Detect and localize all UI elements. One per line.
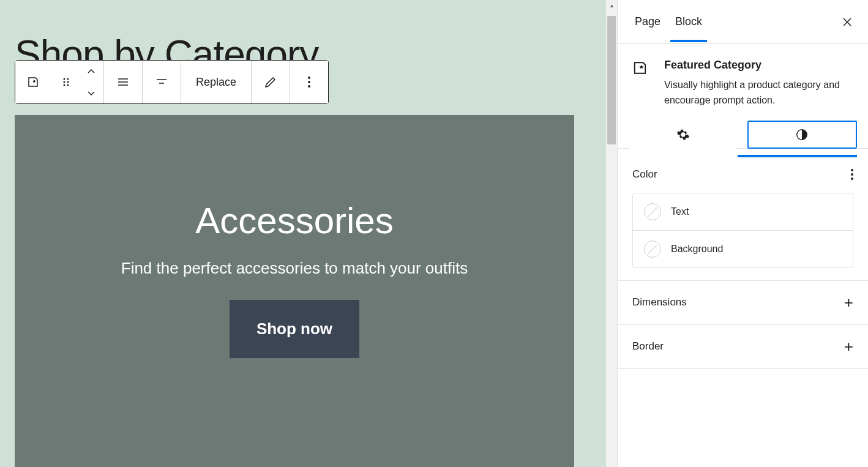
dots-vertical-icon [851, 169, 853, 180]
settings-sidebar: Page Block Featured Category Visually hi… [617, 0, 868, 467]
plus-icon: + [844, 293, 853, 312]
edit-button[interactable] [252, 61, 290, 103]
drag-handle[interactable] [53, 61, 79, 103]
panel-border: Border + [618, 325, 868, 369]
featured-title[interactable]: Accessories [195, 200, 393, 242]
scroll-thumb[interactable] [607, 16, 616, 144]
sidebar-tabs: Page Block [618, 0, 868, 44]
pencil-icon [263, 75, 278, 89]
svg-point-2 [64, 81, 65, 83]
tab-block[interactable]: Block [668, 2, 709, 42]
align-center-icon [154, 75, 169, 89]
color-background-label: Background [671, 244, 723, 255]
settings-style-tabs [618, 121, 868, 149]
panel-dimensions: Dimensions + [618, 281, 868, 325]
panel-dimensions-title: Dimensions [632, 296, 687, 308]
chevron-up-icon [84, 64, 99, 79]
block-mover [79, 61, 103, 103]
close-icon [840, 15, 855, 29]
panel-border-header[interactable]: Border + [618, 325, 868, 368]
svg-point-3 [67, 81, 69, 83]
close-sidebar-button[interactable] [836, 11, 858, 33]
block-description: Featured Category Visually highlight a p… [618, 44, 868, 121]
drag-icon [59, 75, 73, 89]
color-text[interactable]: Text [633, 193, 853, 230]
panel-border-title: Border [632, 340, 664, 353]
move-down-button[interactable] [79, 82, 103, 103]
vertical-align-button[interactable] [143, 61, 181, 103]
svg-point-0 [64, 78, 65, 80]
block-name: Featured Category [664, 59, 853, 72]
settings-tab[interactable] [629, 121, 738, 149]
canvas-scrollbar[interactable]: ▴ [606, 0, 617, 467]
block-type-button[interactable] [15, 61, 53, 103]
chevron-down-icon [84, 86, 99, 100]
block-summary: Visually highlight a product category an… [664, 78, 853, 108]
tab-page[interactable]: Page [627, 2, 668, 42]
featured-category-block[interactable]: Accessories Find the perfect accessories… [15, 115, 574, 467]
panel-color: Color Text Background [618, 156, 868, 281]
featured-description[interactable]: Find the perfect accessories to match yo… [121, 259, 468, 278]
panel-dimensions-header[interactable]: Dimensions + [618, 281, 868, 324]
move-up-button[interactable] [79, 61, 103, 82]
color-text-label: Text [671, 206, 689, 217]
svg-point-5 [67, 84, 69, 86]
shop-now-button[interactable]: Shop now [230, 300, 359, 358]
swatch-empty-icon [644, 241, 661, 258]
gear-icon [676, 128, 690, 141]
align-icon [116, 75, 130, 89]
featured-category-icon [27, 75, 42, 89]
color-background[interactable]: Background [633, 230, 853, 267]
color-options-button[interactable] [851, 169, 853, 180]
swatch-empty-icon [644, 203, 661, 220]
svg-point-1 [67, 78, 69, 80]
more-options-button[interactable] [290, 61, 328, 103]
align-button[interactable] [104, 61, 142, 103]
featured-category-icon [632, 59, 653, 108]
block-toolbar: Replace [15, 60, 329, 104]
scroll-up-icon: ▴ [606, 0, 617, 10]
dots-vertical-icon [308, 77, 310, 88]
replace-button[interactable]: Replace [181, 61, 251, 103]
svg-point-4 [64, 84, 65, 86]
styles-tab[interactable] [747, 121, 858, 149]
editor-canvas[interactable]: Shop by Category [0, 0, 617, 467]
panel-color-title: Color [632, 168, 657, 181]
plus-icon: + [844, 337, 853, 356]
panel-color-header[interactable]: Color [618, 156, 868, 193]
color-list: Text Background [632, 193, 853, 268]
styles-icon [795, 128, 809, 141]
